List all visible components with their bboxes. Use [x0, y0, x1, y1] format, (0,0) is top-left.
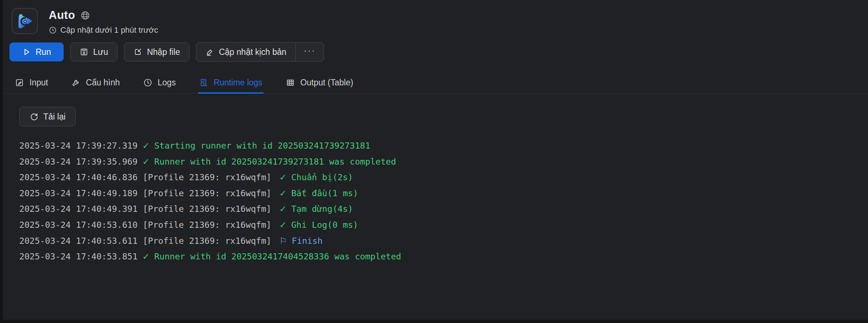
log-message: Runner with id 2025032417404528336 was c…	[154, 249, 401, 265]
edit-box-icon	[15, 78, 24, 87]
app-logo	[12, 8, 38, 34]
ellipsis-icon: ···	[304, 46, 316, 58]
log-message: Chuẩn bị(2s)	[291, 170, 353, 186]
runtime-logs-panel: Tải lại 2025-03-24 17:39:27.319 ✓ Starti…	[0, 94, 868, 265]
import-file-button-label: Nhập file	[147, 47, 180, 57]
log-line: 2025-03-24 17:40:53.851 ✓ Runner with id…	[19, 249, 868, 265]
table-icon	[286, 78, 295, 87]
more-actions-button[interactable]: ···	[295, 43, 324, 61]
log-line: 2025-03-24 17:40:49.189 [Profile 21369: …	[19, 186, 868, 202]
log-message: Starting runner with id 2025032417392731…	[154, 138, 370, 154]
log-line: 2025-03-24 17:40:53.611 [Profile 21369: …	[19, 233, 868, 249]
log-timestamp: 2025-03-24 17:40:46.836 [Profile 21369: …	[19, 170, 271, 186]
log-message: Ghi Log(0 ms)	[291, 217, 358, 233]
log-lines: 2025-03-24 17:39:27.319 ✓ Starting runne…	[19, 138, 868, 265]
bottom-edge-strip	[0, 320, 868, 323]
tab-runtime-logs[interactable]: Runtime logs	[198, 72, 263, 93]
log-timestamp: 2025-03-24 17:40:49.391 [Profile 21369: …	[19, 201, 271, 217]
play-icon	[22, 48, 31, 56]
log-message: Runner with id 202503241739273181 was co…	[154, 154, 396, 170]
check-icon: ✓	[142, 138, 149, 154]
log-line: 2025-03-24 17:39:35.969 ✓ Runner with id…	[19, 154, 868, 170]
toolbar: Run Lưu Nhập file Cập nhật kịch bản ···	[9, 42, 868, 62]
log-timestamp: 2025-03-24 17:40:49.189 [Profile 21369: …	[19, 186, 271, 202]
log-message: Bắt đầu(1 ms)	[291, 186, 358, 202]
reload-button-label: Tải lại	[43, 112, 65, 122]
log-line: 2025-03-24 17:40:53.610 [Profile 21369: …	[19, 217, 868, 233]
tab-logs-label: Logs	[158, 78, 176, 88]
tab-output-table[interactable]: Output (Table)	[285, 72, 355, 93]
save-button-label: Lưu	[93, 47, 108, 57]
flag-icon: ⚐	[279, 233, 287, 249]
tab-config-label: Cấu hình	[86, 78, 120, 88]
reload-icon	[29, 112, 39, 121]
page-title: Auto	[49, 9, 75, 22]
tab-input-label: Input	[29, 78, 48, 88]
update-script-button-label: Cập nhật kịch bản	[219, 47, 286, 57]
update-script-button-group: Cập nhật kịch bản ···	[196, 42, 324, 62]
tab-logs[interactable]: Logs	[142, 72, 177, 93]
log-message: Finish	[292, 233, 323, 249]
tab-input[interactable]: Input	[14, 72, 49, 93]
wrench-icon	[71, 78, 80, 87]
log-line: 2025-03-24 17:40:46.836 [Profile 21369: …	[19, 170, 868, 186]
run-button-label: Run	[36, 47, 51, 57]
app-logo-icon	[15, 12, 34, 31]
clock-icon	[49, 26, 57, 34]
log-timestamp: 2025-03-24 17:40:53.610 [Profile 21369: …	[19, 217, 271, 233]
tab-bar: Input Cấu hình Logs Runtime logs Output …	[0, 72, 868, 94]
check-icon: ✓	[279, 186, 287, 202]
save-icon	[80, 48, 88, 56]
save-button[interactable]: Lưu	[70, 43, 117, 61]
check-icon: ✓	[279, 217, 287, 233]
globe-icon	[80, 11, 90, 20]
import-icon	[133, 48, 142, 56]
log-timestamp: 2025-03-24 17:39:35.969	[19, 154, 137, 170]
header: Auto Cập nhật dưới 1 phút trước	[0, 0, 868, 35]
log-timestamp: 2025-03-24 17:40:53.611 [Profile 21369: …	[19, 233, 271, 249]
log-timestamp: 2025-03-24 17:39:27.319	[19, 138, 137, 154]
update-script-button[interactable]: Cập nhật kịch bản	[196, 43, 295, 61]
title-block: Auto Cập nhật dưới 1 phút trước	[49, 8, 158, 35]
last-updated-text: Cập nhật dưới 1 phút trước	[60, 25, 158, 35]
clock-icon	[143, 78, 152, 87]
tab-runtime-logs-label: Runtime logs	[213, 78, 262, 88]
reload-button[interactable]: Tải lại	[19, 107, 76, 126]
left-edge-strip	[0, 0, 3, 323]
check-icon: ✓	[142, 249, 149, 265]
import-file-button[interactable]: Nhập file	[124, 43, 189, 61]
log-message: Tạm dừng(4s)	[291, 201, 353, 217]
log-timestamp: 2025-03-24 17:40:53.851	[19, 249, 137, 265]
document-search-icon	[199, 78, 208, 87]
check-icon: ✓	[142, 154, 149, 170]
log-line: 2025-03-24 17:39:27.319 ✓ Starting runne…	[19, 138, 868, 154]
run-button[interactable]: Run	[9, 43, 64, 61]
tab-output-table-label: Output (Table)	[300, 78, 353, 88]
edit-pencil-icon	[205, 48, 214, 56]
last-updated: Cập nhật dưới 1 phút trước	[49, 25, 158, 35]
tab-config[interactable]: Cấu hình	[70, 72, 121, 93]
check-icon: ✓	[279, 170, 287, 186]
check-icon: ✓	[279, 201, 287, 217]
log-line: 2025-03-24 17:40:49.391 [Profile 21369: …	[19, 201, 868, 217]
